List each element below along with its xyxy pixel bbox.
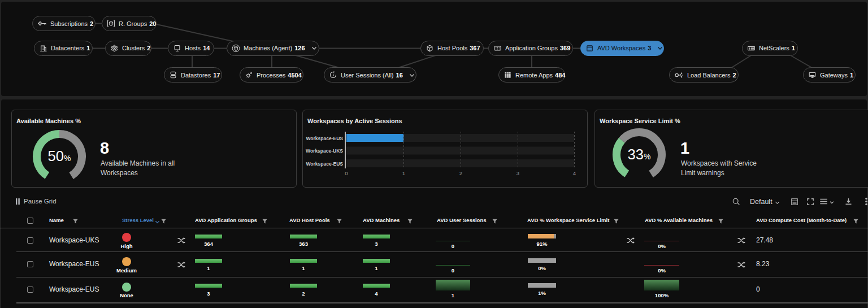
svg-text:33%: 33% [627, 146, 650, 162]
svg-text:3: 3 [517, 170, 519, 176]
svg-text:0: 0 [345, 170, 348, 176]
svg-text:2: 2 [459, 170, 462, 176]
svg-text:50%: 50% [48, 148, 71, 164]
svg-text:4: 4 [573, 170, 576, 176]
svg-text:1: 1 [402, 170, 405, 176]
